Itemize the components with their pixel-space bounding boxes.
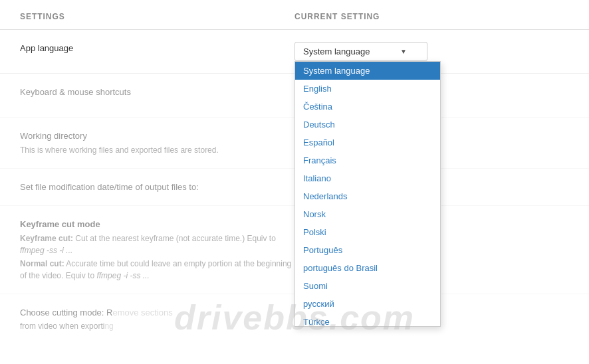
setting-row-app-language: App language System language ▼ System la…	[0, 30, 589, 74]
settings-body: App language System language ▼ System la…	[0, 30, 589, 364]
dropdown-item[interactable]: português do Brasil	[295, 259, 440, 277]
settings-container: SETTINGS CURRENT SETTING App language Sy…	[0, 0, 589, 364]
dropdown-item[interactable]: Suomi	[295, 277, 440, 295]
keyframe-cmd1: ffmpeg -ss -i ...	[20, 246, 72, 255]
dropdown-item[interactable]: Norsk	[295, 205, 440, 223]
header-settings-label: SETTINGS	[20, 12, 294, 21]
keyframe-cut-strong: Keyframe cut:	[20, 234, 73, 243]
dropdown-item[interactable]: English	[295, 80, 440, 98]
dropdown-item[interactable]: Português	[295, 241, 440, 259]
dropdown-item[interactable]: Čeština	[295, 98, 440, 116]
keyframe-cut-label: Keyframe cut mode Keyframe cut: Cut at t…	[20, 218, 294, 282]
dropdown-item[interactable]: System language	[295, 62, 440, 80]
keyframe-cmd2: ffmpeg -i -ss ...	[96, 271, 149, 280]
language-dropdown-value: System language	[303, 46, 370, 56]
normal-cut-strong: Normal cut:	[20, 259, 64, 268]
working-directory-label: Working directory This is where working …	[20, 130, 294, 156]
file-modification-label: Set file modification date/time of outpu…	[20, 181, 294, 194]
dropdown-item[interactable]: Español	[295, 134, 440, 151]
keyboard-shortcuts-label: Keyboard & mouse shortcuts	[20, 86, 294, 99]
keyframe-cut-title: Keyframe cut mode	[20, 219, 100, 229]
dropdown-item[interactable]: Français	[295, 151, 440, 169]
dropdown-item[interactable]: Deutsch	[295, 116, 440, 134]
dropdown-item[interactable]: Italiano	[295, 169, 440, 187]
dropdown-item[interactable]: Nederlands	[295, 187, 440, 205]
language-dropdown-wrapper: System language ▼ System languageEnglish…	[294, 42, 427, 61]
header-current-label: CURRENT SETTING	[294, 12, 569, 21]
header-row: SETTINGS CURRENT SETTING	[0, 0, 589, 30]
language-dropdown-button[interactable]: System language ▼	[294, 42, 427, 61]
choose-cutting-label: Choose cutting mode: Remove sections fro…	[20, 306, 294, 333]
dropdown-item[interactable]: русский	[295, 295, 440, 313]
app-language-control: System language ▼ System languageEnglish…	[294, 42, 569, 61]
dropdown-item[interactable]: Polski	[295, 223, 440, 241]
language-dropdown-list: System languageEnglishČeštinaDeutschEspa…	[294, 61, 441, 327]
app-language-label: App language	[20, 42, 294, 55]
dropdown-arrow-icon: ▼	[400, 48, 407, 55]
dropdown-item[interactable]: Türkçe	[295, 313, 440, 327]
